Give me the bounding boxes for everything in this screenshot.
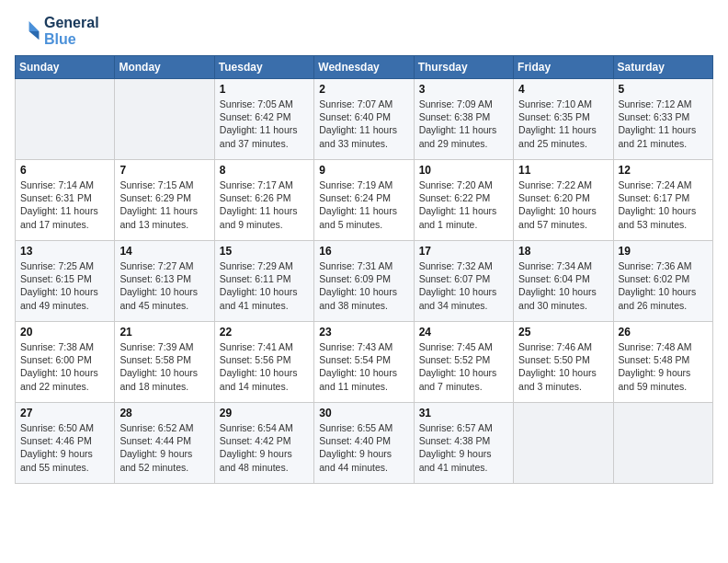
calendar-cell: 12Sunrise: 7:24 AM Sunset: 6:17 PM Dayli… bbox=[613, 160, 712, 241]
day-info: Sunrise: 7:25 AM Sunset: 6:15 PM Dayligh… bbox=[20, 259, 109, 312]
day-info: Sunrise: 7:39 AM Sunset: 5:58 PM Dayligh… bbox=[119, 340, 209, 393]
calendar-cell: 10Sunrise: 7:20 AM Sunset: 6:22 PM Dayli… bbox=[414, 160, 513, 241]
day-number: 10 bbox=[419, 164, 508, 177]
calendar-cell: 25Sunrise: 7:46 AM Sunset: 5:50 PM Dayli… bbox=[514, 322, 613, 403]
logo-icon bbox=[15, 18, 40, 44]
day-info: Sunrise: 7:10 AM Sunset: 6:35 PM Dayligh… bbox=[518, 98, 608, 150]
day-number: 14 bbox=[119, 245, 209, 258]
calendar-cell: 20Sunrise: 7:38 AM Sunset: 6:00 PM Dayli… bbox=[16, 322, 115, 403]
calendar-cell: 4Sunrise: 7:10 AM Sunset: 6:35 PM Daylig… bbox=[514, 79, 613, 160]
day-info: Sunrise: 6:55 AM Sunset: 4:40 PM Dayligh… bbox=[319, 421, 408, 474]
weekday-header: Wednesday bbox=[314, 56, 414, 79]
day-number: 9 bbox=[319, 164, 408, 177]
day-number: 29 bbox=[220, 407, 309, 419]
weekday-header: Friday bbox=[514, 56, 613, 79]
day-info: Sunrise: 7:45 AM Sunset: 5:52 PM Dayligh… bbox=[419, 340, 508, 393]
calendar-table: SundayMondayTuesdayWednesdayThursdayFrid… bbox=[15, 55, 713, 484]
calendar-cell: 6Sunrise: 7:14 AM Sunset: 6:31 PM Daylig… bbox=[16, 160, 115, 241]
day-number: 24 bbox=[419, 326, 508, 339]
day-info: Sunrise: 7:29 AM Sunset: 6:11 PM Dayligh… bbox=[220, 259, 309, 312]
calendar-cell: 29Sunrise: 6:54 AM Sunset: 4:42 PM Dayli… bbox=[214, 403, 313, 484]
calendar-cell: 13Sunrise: 7:25 AM Sunset: 6:15 PM Dayli… bbox=[16, 241, 115, 322]
day-info: Sunrise: 7:05 AM Sunset: 6:42 PM Dayligh… bbox=[220, 98, 309, 150]
calendar-header: SundayMondayTuesdayWednesdayThursdayFrid… bbox=[16, 56, 713, 79]
calendar-cell bbox=[16, 79, 115, 160]
calendar-cell: 26Sunrise: 7:48 AM Sunset: 5:48 PM Dayli… bbox=[613, 322, 712, 403]
day-info: Sunrise: 7:27 AM Sunset: 6:13 PM Dayligh… bbox=[119, 259, 209, 312]
day-info: Sunrise: 7:43 AM Sunset: 5:54 PM Dayligh… bbox=[319, 340, 408, 393]
day-info: Sunrise: 7:36 AM Sunset: 6:02 PM Dayligh… bbox=[619, 259, 708, 312]
day-info: Sunrise: 7:41 AM Sunset: 5:56 PM Dayligh… bbox=[220, 340, 309, 393]
day-number: 23 bbox=[319, 326, 408, 339]
day-number: 3 bbox=[419, 83, 508, 96]
calendar-cell: 24Sunrise: 7:45 AM Sunset: 5:52 PM Dayli… bbox=[414, 322, 513, 403]
day-number: 15 bbox=[220, 245, 309, 258]
calendar-cell: 28Sunrise: 6:52 AM Sunset: 4:44 PM Dayli… bbox=[115, 403, 214, 484]
day-info: Sunrise: 7:09 AM Sunset: 6:38 PM Dayligh… bbox=[419, 98, 508, 150]
day-info: Sunrise: 7:48 AM Sunset: 5:48 PM Dayligh… bbox=[619, 340, 708, 393]
weekday-header: Thursday bbox=[414, 56, 513, 79]
weekday-header: Sunday bbox=[16, 56, 115, 79]
page-header: General Blue bbox=[15, 15, 713, 48]
calendar-cell bbox=[613, 403, 712, 484]
calendar-cell: 8Sunrise: 7:17 AM Sunset: 6:26 PM Daylig… bbox=[214, 160, 313, 241]
day-number: 22 bbox=[220, 326, 309, 339]
weekday-header: Saturday bbox=[613, 56, 712, 79]
day-info: Sunrise: 7:12 AM Sunset: 6:33 PM Dayligh… bbox=[619, 98, 708, 150]
logo: General Blue bbox=[15, 15, 99, 48]
day-number: 26 bbox=[619, 326, 708, 339]
day-number: 8 bbox=[220, 164, 309, 177]
day-info: Sunrise: 7:07 AM Sunset: 6:40 PM Dayligh… bbox=[319, 98, 408, 150]
calendar-cell: 15Sunrise: 7:29 AM Sunset: 6:11 PM Dayli… bbox=[214, 241, 313, 322]
calendar-cell: 17Sunrise: 7:32 AM Sunset: 6:07 PM Dayli… bbox=[414, 241, 513, 322]
day-info: Sunrise: 6:52 AM Sunset: 4:44 PM Dayligh… bbox=[119, 421, 209, 474]
day-info: Sunrise: 7:14 AM Sunset: 6:31 PM Dayligh… bbox=[20, 178, 109, 231]
day-info: Sunrise: 7:32 AM Sunset: 6:07 PM Dayligh… bbox=[419, 259, 508, 312]
calendar-cell: 22Sunrise: 7:41 AM Sunset: 5:56 PM Dayli… bbox=[214, 322, 313, 403]
day-info: Sunrise: 7:19 AM Sunset: 6:24 PM Dayligh… bbox=[319, 178, 408, 231]
logo-text: General Blue bbox=[44, 15, 99, 48]
calendar-cell: 16Sunrise: 7:31 AM Sunset: 6:09 PM Dayli… bbox=[314, 241, 414, 322]
calendar-cell: 5Sunrise: 7:12 AM Sunset: 6:33 PM Daylig… bbox=[613, 79, 712, 160]
day-info: Sunrise: 7:15 AM Sunset: 6:29 PM Dayligh… bbox=[119, 178, 209, 231]
day-number: 30 bbox=[319, 407, 408, 419]
calendar-cell: 21Sunrise: 7:39 AM Sunset: 5:58 PM Dayli… bbox=[115, 322, 214, 403]
calendar-cell bbox=[115, 79, 214, 160]
day-number: 1 bbox=[220, 83, 309, 96]
day-info: Sunrise: 7:22 AM Sunset: 6:20 PM Dayligh… bbox=[518, 178, 608, 231]
day-number: 4 bbox=[518, 83, 608, 96]
day-info: Sunrise: 7:38 AM Sunset: 6:00 PM Dayligh… bbox=[20, 340, 109, 393]
day-number: 12 bbox=[619, 164, 708, 177]
day-number: 13 bbox=[20, 245, 109, 258]
calendar-cell: 14Sunrise: 7:27 AM Sunset: 6:13 PM Dayli… bbox=[115, 241, 214, 322]
day-number: 19 bbox=[619, 245, 708, 258]
calendar-cell: 23Sunrise: 7:43 AM Sunset: 5:54 PM Dayli… bbox=[314, 322, 414, 403]
calendar-cell: 7Sunrise: 7:15 AM Sunset: 6:29 PM Daylig… bbox=[115, 160, 214, 241]
day-info: Sunrise: 7:17 AM Sunset: 6:26 PM Dayligh… bbox=[220, 178, 309, 231]
calendar-cell: 11Sunrise: 7:22 AM Sunset: 6:20 PM Dayli… bbox=[514, 160, 613, 241]
day-number: 31 bbox=[419, 407, 508, 419]
calendar-cell: 1Sunrise: 7:05 AM Sunset: 6:42 PM Daylig… bbox=[214, 79, 313, 160]
calendar-cell: 2Sunrise: 7:07 AM Sunset: 6:40 PM Daylig… bbox=[314, 79, 414, 160]
calendar-cell bbox=[514, 403, 613, 484]
calendar-cell: 9Sunrise: 7:19 AM Sunset: 6:24 PM Daylig… bbox=[314, 160, 414, 241]
day-info: Sunrise: 7:31 AM Sunset: 6:09 PM Dayligh… bbox=[319, 259, 408, 312]
calendar-cell: 27Sunrise: 6:50 AM Sunset: 4:46 PM Dayli… bbox=[16, 403, 115, 484]
day-number: 25 bbox=[518, 326, 608, 339]
day-number: 28 bbox=[119, 407, 209, 419]
svg-marker-0 bbox=[29, 21, 40, 31]
day-number: 17 bbox=[419, 245, 508, 258]
day-info: Sunrise: 7:46 AM Sunset: 5:50 PM Dayligh… bbox=[518, 340, 608, 393]
day-info: Sunrise: 6:54 AM Sunset: 4:42 PM Dayligh… bbox=[220, 421, 309, 474]
day-number: 18 bbox=[518, 245, 608, 258]
day-number: 2 bbox=[319, 83, 408, 96]
calendar-cell: 3Sunrise: 7:09 AM Sunset: 6:38 PM Daylig… bbox=[414, 79, 513, 160]
day-number: 20 bbox=[20, 326, 109, 339]
calendar-cell: 18Sunrise: 7:34 AM Sunset: 6:04 PM Dayli… bbox=[514, 241, 613, 322]
calendar-cell: 19Sunrise: 7:36 AM Sunset: 6:02 PM Dayli… bbox=[613, 241, 712, 322]
calendar-cell: 30Sunrise: 6:55 AM Sunset: 4:40 PM Dayli… bbox=[314, 403, 414, 484]
day-number: 27 bbox=[20, 407, 109, 419]
day-number: 16 bbox=[319, 245, 408, 258]
day-info: Sunrise: 6:57 AM Sunset: 4:38 PM Dayligh… bbox=[419, 421, 508, 474]
weekday-header: Monday bbox=[115, 56, 214, 79]
